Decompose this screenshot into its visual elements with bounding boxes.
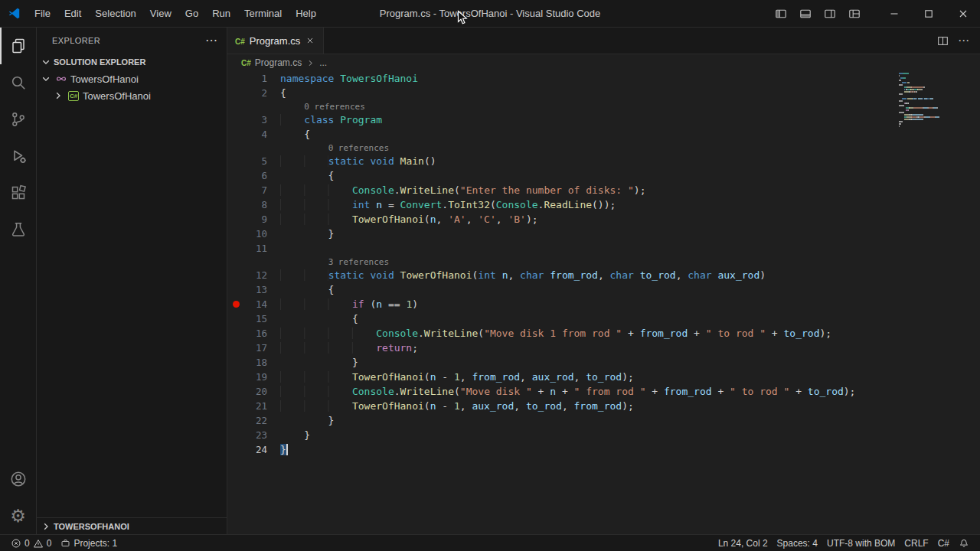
status-cursor-position[interactable]: Ln 24, Col 2 (714, 535, 773, 551)
menu-file[interactable]: File (28, 0, 57, 27)
code-line-8[interactable]: 8 int n = Convert.ToInt32(Console.ReadLi… (227, 197, 980, 212)
layout-panel-icon[interactable] (795, 4, 815, 24)
breadcrumb-file[interactable]: Program.cs (255, 57, 302, 68)
codelens-row: 3 references (227, 256, 980, 268)
code-line-20[interactable]: 20 Console.WriteLine("Move disk " + n + … (227, 384, 980, 399)
codelens-row: 0 references (227, 142, 980, 154)
split-editor-icon[interactable] (937, 35, 949, 47)
maximize-button[interactable] (911, 0, 946, 27)
code-line-1[interactable]: 1namespace TowersOfHanoi (227, 71, 980, 86)
sidebar-header: EXPLORER ⋯ (37, 28, 227, 54)
csharp-project-icon: C# (67, 91, 80, 101)
code-line-3[interactable]: 3 class Program (227, 112, 980, 127)
warning-count: 0 (47, 538, 52, 549)
code-line-23[interactable]: 23 } (227, 428, 980, 442)
code-line-16[interactable]: 16 Console.WriteLine("Move disk 1 from r… (227, 326, 980, 341)
csharp-file-icon: C# (235, 35, 245, 47)
section-solution-explorer[interactable]: SOLUTION EXPLORER (37, 54, 227, 70)
codelens-references[interactable]: 0 references (304, 102, 364, 112)
code-line-15[interactable]: 15 { (227, 311, 980, 326)
code-line-21[interactable]: 21 TowerOfHanoi(n - 1, aux_rod, to_rod, … (227, 399, 980, 413)
menu-help[interactable]: Help (289, 0, 323, 27)
activity-bar-item-testing[interactable] (0, 211, 36, 248)
breadcrumb-symbol[interactable]: ... (319, 57, 327, 68)
codelens-references[interactable]: 3 references (328, 257, 389, 267)
activity-bar-item-accounts[interactable] (0, 461, 36, 497)
status-bar: 00Projects: 1 Ln 24, Col 2Spaces: 4UTF-8… (0, 534, 980, 551)
code-line-11[interactable]: 11 (227, 241, 980, 256)
menu-terminal[interactable]: Terminal (237, 0, 289, 27)
codelens-references[interactable]: 0 references (328, 143, 389, 153)
text-cursor (286, 444, 288, 455)
activity-bar-item-run-debug[interactable] (0, 138, 36, 174)
minimize-button[interactable] (877, 0, 911, 27)
activity-bar: ⚙ (0, 28, 37, 534)
status-eol[interactable]: CRLF (900, 535, 933, 551)
more-actions-icon[interactable]: ⋯ (958, 34, 969, 47)
layout-sidebar-right-icon[interactable] (820, 4, 840, 24)
tab-program-cs[interactable]: C# Program.cs (227, 28, 324, 54)
code-line-5[interactable]: 5 static void Main() (227, 154, 980, 168)
code-line-2[interactable]: 2{ (227, 86, 980, 100)
menu-run[interactable]: Run (205, 0, 237, 27)
status-solution-explorer-projects[interactable]: Projects: 1 (56, 535, 122, 551)
minimap[interactable] (899, 73, 966, 128)
menu-go[interactable]: Go (178, 0, 205, 27)
code-line-4[interactable]: 4 { (227, 127, 980, 142)
tree-item-towersofhanoi[interactable]: C#TowersOfHanoi (37, 87, 227, 104)
activity-bar-item-search[interactable] (0, 64, 36, 101)
activity-bar-item-extensions[interactable] (0, 174, 36, 211)
code-line-18[interactable]: 18 } (227, 355, 980, 370)
status-encoding[interactable]: UTF-8 with BOM (822, 535, 900, 551)
code-line-6[interactable]: 6 { (227, 168, 980, 183)
editor-actions: ⋯ (937, 28, 980, 54)
status-right: Ln 24, Col 2Spaces: 4UTF-8 with BOMCRLFC… (714, 535, 974, 551)
code-line-7[interactable]: 7 Console.WriteLine("Enter the number of… (227, 183, 980, 197)
breadcrumb: C# Program.cs ... (227, 54, 980, 71)
activity-bar-item-source-control[interactable] (0, 101, 36, 138)
settings-icon: ⚙ (10, 507, 26, 525)
code-line-13[interactable]: 13 { (227, 282, 980, 297)
status-notifications[interactable] (954, 535, 974, 551)
layout-sidebar-left-icon[interactable] (771, 4, 791, 24)
code-line-12[interactable]: 12 static void TowerOfHanoi(int n, char … (227, 268, 980, 282)
customize-layout-icon[interactable] (844, 4, 864, 24)
menu-view[interactable]: View (143, 0, 178, 27)
editor-group: C# Program.cs ⋯ C# Program.cs ... 1names… (227, 28, 980, 534)
more-actions-icon[interactable]: ⋯ (205, 34, 217, 47)
status-left: 00Projects: 1 (6, 535, 122, 551)
activity-bar-item-settings[interactable]: ⚙ (0, 497, 36, 534)
code-line-14[interactable]: 14 if (n == 1) (227, 297, 980, 311)
status-problems[interactable]: 00 (6, 535, 56, 551)
menu-selection[interactable]: Selection (88, 0, 142, 27)
codelens-row: 0 references (227, 100, 980, 112)
activity-bar-item-explorer[interactable] (0, 28, 36, 64)
close-button[interactable] (946, 0, 980, 27)
code-line-22[interactable]: 22 } (227, 413, 980, 428)
code-line-17[interactable]: 17 return; (227, 341, 980, 355)
chevron-right-icon (40, 520, 52, 533)
code-line-24[interactable]: 24} (227, 442, 980, 457)
code-lines: 1namespace TowersOfHanoi2{ 0 references3… (227, 71, 980, 457)
breakpoint-icon[interactable] (233, 301, 240, 308)
vscode-logo-icon (0, 7, 28, 20)
layout-controls (771, 4, 864, 24)
title-bar: FileEditSelectionViewGoRunTerminalHelp P… (0, 0, 980, 28)
code-editor[interactable]: 1namespace TowersOfHanoi2{ 0 references3… (227, 71, 980, 534)
code-line-9[interactable]: 9 TowerOfHanoi(n, 'A', 'C', 'B'); (227, 212, 980, 227)
section-towersofhanoi[interactable]: TOWERSOFHANOI (37, 517, 227, 534)
solution-icon (55, 73, 67, 85)
window-title: Program.cs - TowersOfHanoi - Visual Stud… (380, 8, 601, 19)
code-line-10[interactable]: 10 } (227, 227, 980, 241)
status-label: CRLF (904, 538, 928, 549)
tab-close-icon[interactable] (305, 35, 315, 46)
status-language-mode[interactable]: C# (933, 535, 954, 551)
section-label: SOLUTION EXPLORER (54, 57, 145, 67)
code-line-19[interactable]: 19 TowerOfHanoi(n - 1, from_rod, aux_rod… (227, 370, 980, 384)
menu-edit[interactable]: Edit (57, 0, 88, 27)
tab-label: Program.cs (250, 35, 300, 47)
tree-item-towersofhanoi[interactable]: TowersOfHanoi (37, 70, 227, 87)
status-indentation[interactable]: Spaces: 4 (773, 535, 822, 551)
status-label: Spaces: 4 (777, 538, 818, 549)
status-label: Projects: 1 (74, 538, 117, 549)
